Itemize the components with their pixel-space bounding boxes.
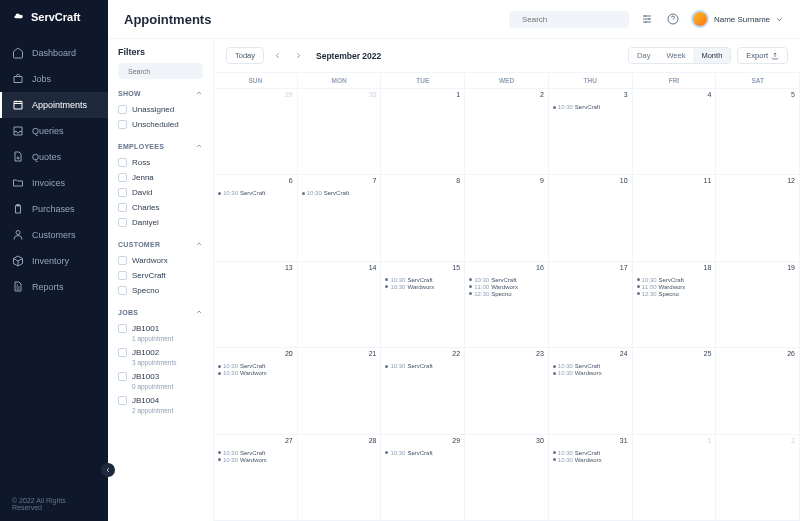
calendar-event[interactable]: 10:30ServCraft	[553, 104, 628, 110]
calendar-cell[interactable]: 2	[716, 435, 800, 521]
calendar-cell[interactable]: 14	[298, 262, 382, 348]
filter-option[interactable]: Wardworx	[118, 253, 203, 268]
calendar-event[interactable]: 10:30Wardworx	[385, 284, 460, 290]
filter-option[interactable]: JB1002	[118, 345, 203, 360]
nav-quotes[interactable]: Quotes	[0, 144, 108, 170]
view-week[interactable]: Week	[658, 48, 693, 63]
calendar-event[interactable]: 10:30Wardworx	[218, 370, 293, 376]
calendar-event[interactable]: 10:30ServCraft	[469, 277, 544, 283]
calendar-cell[interactable]: 3110:30ServCraft10:30Wardworx	[549, 435, 633, 521]
calendar-event[interactable]: 10:30Wardworx	[218, 457, 293, 463]
checkbox[interactable]	[118, 271, 127, 280]
calendar-cell[interactable]: 2210:30ServCraft	[381, 348, 465, 434]
nav-jobs[interactable]: Jobs	[0, 66, 108, 92]
calendar-cell[interactable]: 5	[716, 89, 800, 175]
calendar-cell[interactable]: 8	[381, 175, 465, 261]
filter-option[interactable]: Charles	[118, 200, 203, 215]
calendar-event[interactable]: 10:30ServCraft	[302, 190, 377, 196]
calendar-cell[interactable]: 29	[214, 89, 298, 175]
filter-option[interactable]: ServCraft	[118, 268, 203, 283]
view-month[interactable]: Month	[693, 48, 730, 63]
calendar-cell[interactable]: 2410:30ServCraft10:30Wardworx	[549, 348, 633, 434]
calendar-cell[interactable]: 1610:30ServCraft11:00Wardworx12:30Specno	[465, 262, 549, 348]
filters-search[interactable]	[118, 63, 203, 79]
filter-group-header[interactable]: SHOW	[118, 89, 203, 97]
calendar-cell[interactable]: 1	[381, 89, 465, 175]
calendar-cell[interactable]: 11	[633, 175, 717, 261]
calendar-cell[interactable]: 2	[465, 89, 549, 175]
calendar-cell[interactable]: 610:30ServCraft	[214, 175, 298, 261]
calendar-event[interactable]: 10:30ServCraft	[218, 450, 293, 456]
calendar-cell[interactable]: 710:30ServCraft	[298, 175, 382, 261]
filter-option[interactable]: Daniyel	[118, 215, 203, 230]
checkbox[interactable]	[118, 158, 127, 167]
calendar-event[interactable]: 10:30ServCraft	[553, 450, 628, 456]
calendar-cell[interactable]: 30	[465, 435, 549, 521]
checkbox[interactable]	[118, 256, 127, 265]
checkbox[interactable]	[118, 348, 127, 357]
calendar-cell[interactable]: 2710:30ServCraft10:30Wardworx	[214, 435, 298, 521]
prev-month-button[interactable]	[270, 45, 285, 66]
calendar-event[interactable]: 10:30ServCraft	[385, 450, 460, 456]
filter-group-header[interactable]: EMPLOYEES	[118, 142, 203, 150]
calendar-event[interactable]: 10:30ServCraft	[385, 363, 460, 369]
calendar-cell[interactable]: 10	[549, 175, 633, 261]
calendar-cell[interactable]: 23	[465, 348, 549, 434]
export-button[interactable]: Export	[737, 47, 788, 64]
nav-dashboard[interactable]: Dashboard	[0, 40, 108, 66]
filter-option[interactable]: Unscheduled	[118, 117, 203, 132]
checkbox[interactable]	[118, 173, 127, 182]
calendar-cell[interactable]: 19	[716, 262, 800, 348]
calendar-cell[interactable]: 2910:30ServCraft	[381, 435, 465, 521]
calendar-event[interactable]: 10:30Wardworx	[553, 457, 628, 463]
checkbox[interactable]	[118, 324, 127, 333]
filter-group-header[interactable]: CUSTOMER	[118, 240, 203, 248]
filter-option[interactable]: David	[118, 185, 203, 200]
search-input[interactable]	[522, 15, 627, 24]
calendar-event[interactable]: 10:30ServCraft	[385, 277, 460, 283]
calendar-event[interactable]: 10:30Wardworx	[553, 370, 628, 376]
calendar-event[interactable]: 10:30ServCraft	[218, 363, 293, 369]
checkbox[interactable]	[118, 188, 127, 197]
next-month-button[interactable]	[291, 45, 306, 66]
calendar-cell[interactable]: 17	[549, 262, 633, 348]
calendar-cell[interactable]: 26	[716, 348, 800, 434]
calendar-event[interactable]: 11:00Wardworx	[637, 284, 712, 290]
sidebar-collapse-button[interactable]	[101, 463, 115, 477]
calendar-cell[interactable]: 12	[716, 175, 800, 261]
nav-queries[interactable]: Queries	[0, 118, 108, 144]
calendar-cell[interactable]: 1	[633, 435, 717, 521]
checkbox[interactable]	[118, 120, 127, 129]
nav-invoices[interactable]: Invoices	[0, 170, 108, 196]
nav-reports[interactable]: Reports	[0, 274, 108, 300]
calendar-event[interactable]: 10:30ServCraft	[218, 190, 293, 196]
filters-search-input[interactable]	[128, 68, 214, 75]
nav-appointments[interactable]: Appointments	[0, 92, 108, 118]
checkbox[interactable]	[118, 218, 127, 227]
calendar-event[interactable]: 10:30ServCraft	[637, 277, 712, 283]
calendar-cell[interactable]: 28	[298, 435, 382, 521]
checkbox[interactable]	[118, 372, 127, 381]
calendar-cell[interactable]: 13	[214, 262, 298, 348]
filter-option[interactable]: Unassigned	[118, 102, 203, 117]
today-button[interactable]: Today	[226, 47, 264, 64]
settings-button[interactable]	[639, 11, 655, 27]
view-day[interactable]: Day	[629, 48, 658, 63]
global-search[interactable]	[509, 11, 629, 28]
user-menu[interactable]: Name Surname	[691, 10, 784, 28]
nav-customers[interactable]: Customers	[0, 222, 108, 248]
checkbox[interactable]	[118, 396, 127, 405]
calendar-cell[interactable]: 21	[298, 348, 382, 434]
calendar-event[interactable]: 10:30ServCraft	[553, 363, 628, 369]
calendar-cell[interactable]: 25	[633, 348, 717, 434]
nav-purchases[interactable]: Purchases	[0, 196, 108, 222]
checkbox[interactable]	[118, 105, 127, 114]
checkbox[interactable]	[118, 286, 127, 295]
checkbox[interactable]	[118, 203, 127, 212]
calendar-event[interactable]: 12:30Specno	[637, 291, 712, 297]
calendar-event[interactable]: 11:00Wardworx	[469, 284, 544, 290]
calendar-cell[interactable]: 2010:30ServCraft10:30Wardworx	[214, 348, 298, 434]
calendar-cell[interactable]: 9	[465, 175, 549, 261]
nav-inventory[interactable]: Inventory	[0, 248, 108, 274]
calendar-cell[interactable]: 1810:30ServCraft11:00Wardworx12:30Specno	[633, 262, 717, 348]
